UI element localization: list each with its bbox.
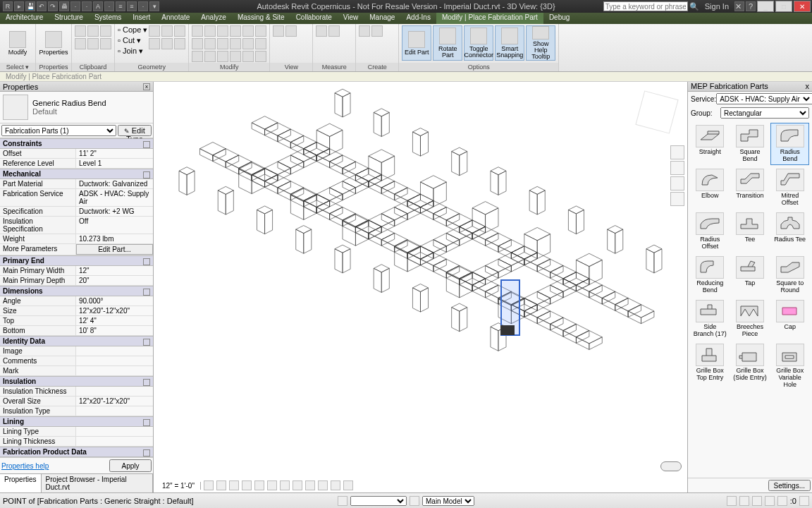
fabrication-part-item[interactable]: Grille Box (Side Entry) — [731, 341, 770, 384]
property-value[interactable] — [76, 437, 153, 446]
group-select[interactable]: Rectangular — [720, 107, 809, 119]
property-group-header[interactable]: Constraints — [0, 138, 153, 149]
worksets-select[interactable] — [350, 496, 407, 506]
ribbon-small-button[interactable] — [371, 25, 383, 37]
service-select[interactable]: ADSK - HVAC: Supply Air — [716, 93, 812, 104]
property-group-header[interactable]: Fabrication Product Data — [0, 447, 153, 457]
fabrication-part-item[interactable]: Radius Offset — [691, 210, 730, 253]
ribbon-small-button[interactable] — [242, 51, 254, 62]
sun-path-icon[interactable] — [229, 480, 239, 490]
design-options-icon[interactable] — [410, 496, 419, 506]
property-value[interactable]: 20" — [76, 276, 153, 285]
ribbon-small-button[interactable] — [204, 51, 216, 62]
close-icon[interactable]: x — [143, 83, 150, 90]
property-value[interactable]: 12" — [76, 266, 153, 275]
ribbon-small-button[interactable] — [217, 38, 228, 49]
ribbon-button[interactable]: Smart Snapping — [495, 25, 524, 61]
ribbon-button[interactable]: Rotate Part — [433, 25, 462, 61]
ribbon-small-button[interactable] — [328, 25, 340, 37]
ribbon-small-button[interactable] — [174, 38, 185, 49]
property-value[interactable] — [76, 346, 153, 356]
property-button[interactable]: Edit Part... — [76, 244, 153, 255]
select-links-icon[interactable] — [727, 496, 737, 506]
ribbon-small-button[interactable] — [192, 25, 203, 37]
qat-icon[interactable]: ≡ — [127, 1, 137, 11]
ribbon-tab[interactable]: Massing & Site — [232, 13, 290, 24]
property-value[interactable]: 10.273 lbm — [76, 234, 153, 243]
property-value[interactable] — [76, 366, 153, 375]
qat-icon[interactable]: · — [82, 1, 92, 11]
home-icon[interactable] — [670, 145, 684, 159]
fabrication-part-item[interactable]: Reducing Bend — [691, 254, 730, 296]
property-value[interactable] — [76, 427, 153, 436]
fabrication-part-item[interactable]: Side Branch (17) — [691, 298, 730, 340]
shadows-icon[interactable] — [242, 480, 252, 490]
property-group-header[interactable]: Primary End — [0, 255, 153, 266]
qat-icon[interactable]: · — [70, 1, 80, 11]
ribbon-button[interactable]: Properties — [39, 25, 68, 61]
fabrication-part-item[interactable]: Elbow — [691, 167, 730, 209]
pan-icon[interactable] — [670, 161, 684, 175]
property-group-header[interactable]: Identity Data — [0, 336, 153, 346]
ribbon-small-button[interactable] — [192, 38, 203, 49]
ribbon-button[interactable]: Edit Part — [402, 25, 431, 61]
fabrication-part-item[interactable]: Transition — [731, 167, 770, 209]
qat-icon[interactable]: A — [93, 1, 103, 11]
ribbon-tab[interactable]: Systems — [89, 13, 127, 24]
ribbon-tab[interactable]: Manage — [364, 13, 400, 24]
property-value[interactable]: Level 1 — [76, 159, 153, 168]
ribbon-small-button[interactable] — [273, 25, 284, 37]
tab-project-browser[interactable]: Project Browser - Imperial Duct.rvt — [42, 474, 153, 492]
open-icon[interactable]: ▸ — [14, 1, 24, 11]
maximize-button[interactable]: □ — [775, 1, 792, 12]
property-group-header[interactable]: Lining — [0, 416, 153, 427]
ribbon-button[interactable]: Modify — [3, 25, 32, 61]
ribbon-small-button[interactable] — [230, 51, 241, 62]
ribbon-small-button[interactable] — [230, 25, 241, 37]
visual-style-icon[interactable] — [216, 480, 226, 490]
app-menu-icon[interactable]: R — [3, 1, 13, 11]
filter-icon[interactable] — [799, 496, 809, 506]
qat-icon[interactable]: ≡ — [116, 1, 125, 11]
drag-icon[interactable] — [777, 496, 787, 506]
edit-type-button[interactable]: ✎ Edit Type — [118, 125, 152, 136]
zoom-icon[interactable] — [670, 176, 684, 190]
ribbon-small-button[interactable] — [242, 38, 254, 49]
ribbon-tab[interactable]: Add-Ins — [400, 13, 436, 24]
ribbon-tab[interactable]: Analyze — [195, 13, 232, 24]
ribbon-small-button[interactable] — [285, 25, 297, 37]
property-value[interactable]: 12"x20"-12"x20" — [76, 306, 153, 315]
ribbon-small-button[interactable] — [149, 25, 160, 37]
fabrication-part-item[interactable]: Grille Box Variable Hole — [770, 341, 809, 384]
ribbon-split-button[interactable]: ▫ Cut ▾ — [118, 36, 147, 45]
ribbon-tab[interactable]: Insert — [127, 13, 156, 24]
property-group-header[interactable]: Insulation — [0, 376, 153, 387]
lock-icon[interactable] — [293, 480, 302, 490]
view-icon[interactable] — [331, 480, 340, 490]
ribbon-small-button[interactable] — [255, 25, 266, 37]
ribbon-small-button[interactable] — [316, 25, 327, 37]
design-options-select[interactable]: Main Model — [422, 496, 474, 506]
select-underlay-icon[interactable] — [739, 496, 749, 506]
rendering-icon[interactable] — [254, 480, 264, 490]
select-face-icon[interactable] — [765, 496, 775, 506]
ribbon-split-button[interactable]: ▫ Join ▾ — [118, 47, 147, 56]
worksets-icon[interactable] — [338, 496, 347, 506]
fabrication-part-item[interactable]: Radius Bend — [770, 123, 809, 165]
ribbon-button[interactable]: Toggle Connector — [464, 25, 493, 61]
ribbon-tab[interactable]: Structure — [49, 13, 89, 24]
exchange-icon[interactable]: ✕ — [734, 1, 744, 11]
properties-help-link[interactable]: Properties help — [1, 462, 49, 470]
crop-icon[interactable] — [267, 480, 277, 490]
ribbon-small-button[interactable] — [100, 25, 111, 37]
redo-icon[interactable]: ↷ — [48, 1, 58, 11]
apply-button[interactable]: Apply — [109, 459, 152, 472]
ribbon-small-button[interactable] — [87, 25, 99, 37]
fabrication-part-item[interactable]: Square to Round — [770, 254, 809, 296]
property-value[interactable]: 11' 2" — [76, 149, 153, 158]
search-input[interactable] — [603, 1, 688, 11]
signin-link[interactable]: Sign In — [701, 2, 733, 11]
property-value[interactable]: 12"x20"-12"x20" — [76, 397, 153, 406]
ribbon-small-button[interactable] — [100, 38, 111, 49]
property-value[interactable]: 10' 8" — [76, 326, 153, 335]
